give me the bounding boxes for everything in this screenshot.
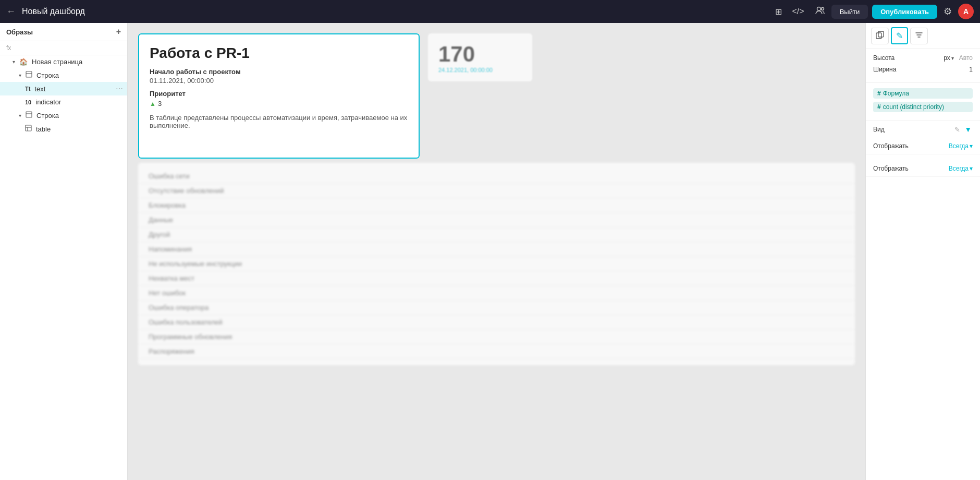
rp-display2-row: Отображать Всегда ▾ xyxy=(866,161,980,177)
sidebar-item-row-1[interactable]: ▾ Строка xyxy=(0,68,127,82)
hash-icon: # xyxy=(877,90,881,97)
rp-view-edit-button[interactable]: ✎ xyxy=(953,124,961,135)
sidebar-item-indicator[interactable]: 10 indicator xyxy=(0,95,127,109)
rp-view-label: Вид xyxy=(873,126,885,133)
sidebar-item-label: Строка xyxy=(36,112,123,119)
sidebar-item-label: Строка xyxy=(36,71,123,79)
rp-height-label: Высота xyxy=(873,54,895,62)
formula-label: Формула xyxy=(883,90,909,97)
rp-display2-label: Отображать xyxy=(873,165,909,172)
svg-rect-6 xyxy=(26,125,31,131)
caret-icon: ▾ xyxy=(19,73,21,78)
card-priority-label: Приоритет xyxy=(150,90,408,98)
priority-arrow-icon: ▲ xyxy=(150,100,156,107)
svg-rect-10 xyxy=(878,31,884,37)
avatar[interactable]: A xyxy=(958,4,974,19)
table-row: Напоминания xyxy=(138,242,855,257)
indicator-number: 170 24.12.2021, 00:00:00 xyxy=(438,42,493,73)
card-priority-value: ▲ 3 xyxy=(150,100,408,107)
sidebar-item-label: Новая страница xyxy=(32,58,123,66)
sidebar-header: Образы + xyxy=(0,23,127,41)
rp-edit-button[interactable]: ✎ xyxy=(891,27,908,44)
sidebar: Образы + fx ▾ 🏠 Новая страница ▾ Строка … xyxy=(0,23,128,480)
indicator-date: 24.12.2021, 00:00:00 xyxy=(438,67,493,73)
table-row: Ошибка сети xyxy=(138,169,855,184)
indicator-icon: 10 xyxy=(25,99,31,105)
canvas-area: Работа с PR-1 Начало работы с проектом 0… xyxy=(128,23,865,480)
table-row: Распоряжения xyxy=(138,344,855,359)
sidebar-item-row-2[interactable]: ▾ Строка xyxy=(0,109,127,122)
table-row: Нехватка мест xyxy=(138,271,855,286)
page-title: Новый дашборд xyxy=(22,7,767,16)
fx-label: fx xyxy=(6,44,11,52)
settings-icon[interactable]: ⚙ xyxy=(941,4,954,19)
main-layout: Образы + fx ▾ 🏠 Новая страница ▾ Строка … xyxy=(0,23,980,480)
rp-view-row: Вид ✎ ▼ xyxy=(866,121,980,138)
chevron-down-icon: ▾ xyxy=(970,165,973,172)
indicator-widget: 170 24.12.2021, 00:00:00 xyxy=(428,33,532,81)
table-row: Данные xyxy=(138,213,855,227)
sidebar-item-new-page[interactable]: ▾ 🏠 Новая страница xyxy=(0,55,127,68)
caret-icon: ▾ xyxy=(13,59,15,65)
table-icon xyxy=(25,125,32,133)
exit-button[interactable]: Выйти xyxy=(831,5,868,19)
chevron-down-icon: ▾ xyxy=(951,55,954,61)
rp-width-row: Ширина 1 xyxy=(873,66,973,73)
grid-view-button[interactable]: ⊞ xyxy=(771,5,786,19)
priority-number: 3 xyxy=(158,100,162,107)
rp-display1-row: Отображать Всегда ▾ xyxy=(866,138,980,154)
table-row: Нет ошибок xyxy=(138,286,855,301)
rp-copy-button[interactable] xyxy=(871,28,889,44)
table-row: Не используемые инструкции xyxy=(138,257,855,271)
rp-height-unit-selector[interactable]: px ▾ Авто xyxy=(944,54,973,62)
rp-toolbar: ✎ xyxy=(866,23,980,49)
more-icon[interactable]: ⋯ xyxy=(116,85,123,93)
divider xyxy=(866,154,980,161)
formula-field-label: count (distinct priority) xyxy=(883,103,944,111)
topbar: ← Новый дашборд ⊞ </> Выйти Опубликовать… xyxy=(0,0,980,23)
card-section1-label: Начало работы с проектом xyxy=(150,68,408,76)
rp-width-label: Ширина xyxy=(873,66,896,73)
svg-point-0 xyxy=(817,7,820,10)
right-panel: ✎ Высота px ▾ Авто Ширина 1 # xyxy=(865,23,980,480)
sidebar-item-text[interactable]: Tt text ⋯ xyxy=(0,82,127,95)
sidebar-item-table[interactable]: table xyxy=(0,122,127,136)
topbar-view-icons: ⊞ </> xyxy=(771,5,808,19)
table-row: Программные обновления xyxy=(138,330,855,344)
rp-height-value: Авто xyxy=(959,54,973,62)
card-title: Работа с PR-1 xyxy=(150,45,408,62)
users-icon[interactable] xyxy=(813,3,827,20)
topbar-right: Выйти Опубликовать ⚙ A xyxy=(813,3,974,20)
rp-formula-section: # Формула # count (distinct priority) xyxy=(866,83,980,121)
chevron-down-icon: ▾ xyxy=(970,142,973,150)
hash-icon: # xyxy=(877,103,881,111)
table-area: Ошибка сетиОтсутствие обновленийБлокиров… xyxy=(138,163,855,365)
table-row: Ошибка оператора xyxy=(138,301,855,315)
code-view-button[interactable]: </> xyxy=(788,5,808,18)
rp-display1-label: Отображать xyxy=(873,142,909,150)
formula-field-tag: # count (distinct priority) xyxy=(873,102,973,112)
rp-height-unit: px xyxy=(944,54,950,62)
sidebar-section-label: Образы xyxy=(6,28,33,36)
publish-button[interactable]: Опубликовать xyxy=(872,5,937,19)
caret-icon: ▾ xyxy=(19,113,21,118)
row-icon xyxy=(26,71,32,79)
rp-view-actions: ✎ ▼ xyxy=(953,124,973,135)
sidebar-item-label: table xyxy=(36,125,123,133)
table-row: Другой xyxy=(138,227,855,242)
indicator-value: 170 xyxy=(438,42,493,67)
svg-rect-2 xyxy=(26,71,32,77)
table-row: Блокировка xyxy=(138,198,855,213)
rp-filter-button[interactable] xyxy=(910,28,928,44)
back-button[interactable]: ← xyxy=(6,6,16,17)
svg-point-1 xyxy=(821,7,824,10)
sidebar-add-button[interactable]: + xyxy=(116,27,121,37)
home-icon: 🏠 xyxy=(19,58,28,66)
text-icon: Tt xyxy=(25,86,30,92)
card-section1-value: 01.11.2021, 00:00:00 xyxy=(150,77,408,85)
sidebar-fx: fx xyxy=(0,41,127,55)
rp-dimensions: Высота px ▾ Авто Ширина 1 xyxy=(866,49,980,83)
rp-display1-value[interactable]: Всегда ▾ xyxy=(949,142,973,150)
rp-view-select-button[interactable]: ▼ xyxy=(963,124,973,135)
rp-display2-value[interactable]: Всегда ▾ xyxy=(949,165,973,172)
